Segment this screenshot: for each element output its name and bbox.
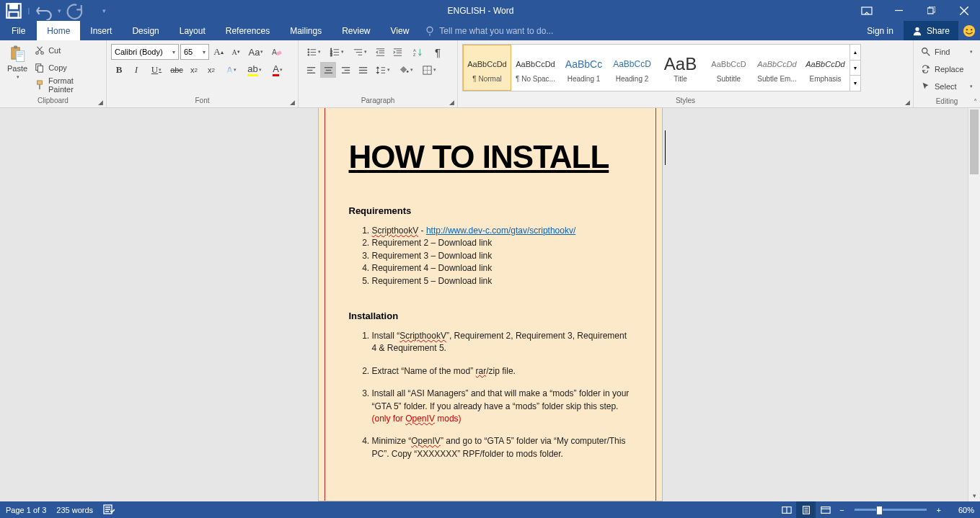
tab-view[interactable]: View [381,21,420,40]
tab-references[interactable]: References [216,21,280,40]
style-title[interactable]: AaBTitle [656,45,705,91]
font-name-value: Calibri (Body) [115,48,163,56]
list-item: ScripthookV - http://www.dev-c.com/gtav/… [372,225,632,237]
ribbon-options-button[interactable] [850,0,883,21]
show-marks-button[interactable]: ¶ [430,44,446,60]
style--no-spac-[interactable]: AaBbCcDd¶ No Spac... [511,45,560,91]
ribbon-tabs: File Home Insert Design Layout Reference… [0,21,980,40]
align-center-button[interactable] [320,62,336,78]
style-heading-2[interactable]: AaBbCcDHeading 2 [608,45,656,91]
italic-button[interactable]: I [128,62,144,78]
vertical-scrollbar[interactable]: ▴ ▾ [968,108,980,501]
maximize-button[interactable] [915,0,948,21]
styles-scroll[interactable]: ▴▾▾ [850,44,861,91]
font-size-combo[interactable]: 65▾ [180,44,209,60]
svg-text:Z: Z [412,53,415,57]
close-button[interactable] [948,0,980,21]
share-button[interactable]: Share [904,21,958,40]
line-spacing-button[interactable]: ▾ [372,62,394,78]
multilevel-button[interactable]: ▾ [349,44,371,60]
paragraph-launcher[interactable]: ◢ [448,99,456,106]
styles-launcher[interactable]: ◢ [904,99,911,106]
replace-button[interactable]: Replace [918,61,976,77]
grow-font-button[interactable]: A▴ [211,44,226,60]
paragraph-group-label: Paragraph [301,95,454,107]
scroll-thumb[interactable] [970,110,979,174]
superscript-button[interactable]: x2 [203,62,219,78]
web-layout-button[interactable] [816,501,835,518]
align-left-button[interactable] [303,62,319,78]
style-subtle-em-[interactable]: AaBbCcDdSubtle Em... [753,45,801,91]
bold-button[interactable]: B [111,62,127,78]
signin-link[interactable]: Sign in [857,21,904,40]
print-layout-button[interactable] [796,501,816,518]
zoom-out-button[interactable]: − [835,506,848,514]
scroll-down-icon[interactable]: ▾ [968,490,980,501]
numbering-button[interactable]: 123▾ [326,44,348,60]
justify-button[interactable] [355,62,371,78]
zoom-slider[interactable] [855,509,927,511]
word-count[interactable]: 235 words [56,506,93,514]
find-button[interactable]: Find▾ [918,44,976,60]
svg-point-10 [963,24,975,36]
tab-review[interactable]: Review [332,21,380,40]
svg-point-9 [915,27,919,30]
borders-button[interactable]: ▾ [418,62,440,78]
undo-dropdown[interactable]: ▾ [56,7,62,14]
strikethrough-button[interactable]: abc [169,62,185,78]
undo-button[interactable] [35,1,53,20]
tell-me-box[interactable]: Tell me what you want to do... [419,21,857,40]
decrease-indent-button[interactable] [372,44,388,60]
cut-button[interactable]: Cut [32,43,103,58]
change-case-button[interactable]: Aa▾ [245,44,267,60]
format-painter-button[interactable]: Format Painter [32,77,103,93]
clipboard-launcher[interactable]: ◢ [97,99,105,106]
zoom-level[interactable]: 60% [945,506,974,514]
svg-line-69 [927,53,930,55]
link[interactable]: http://www.dev-c.com/gtav/scripthookv/ [426,225,575,236]
save-button[interactable] [4,1,23,20]
tab-mailings[interactable]: Mailings [280,21,332,40]
text-effects-button[interactable]: A▾ [221,62,242,78]
subscript-button[interactable]: x2 [186,62,202,78]
minimize-button[interactable] [883,0,915,21]
shading-button[interactable]: ▾ [395,62,417,78]
tab-insert[interactable]: Insert [80,21,122,40]
read-mode-button[interactable] [777,501,796,518]
copy-button[interactable]: Copy [32,60,103,76]
svg-rect-19 [38,66,43,72]
paste-dropdown-icon[interactable]: ▾ [17,74,19,80]
redo-button[interactable] [65,1,84,20]
paste-button[interactable]: Paste ▾ [3,43,32,81]
svg-point-11 [966,29,968,30]
list-item: Install all “ASI Managers” and that will… [372,388,632,425]
select-button[interactable]: Select▾ [918,79,976,94]
increase-indent-button[interactable] [389,44,405,60]
underline-button[interactable]: U▾ [146,62,167,78]
spellcheck-icon[interactable] [103,504,115,516]
tab-layout[interactable]: Layout [169,21,216,40]
shrink-font-button[interactable]: A▾ [228,44,244,60]
style-emphasis[interactable]: AaBbCcDdEmphasis [801,45,849,91]
font-color-button[interactable]: A▾ [267,62,288,78]
tab-home[interactable]: Home [37,21,80,40]
style-heading-1[interactable]: AaBbCcHeading 1 [560,45,608,91]
svg-point-26 [308,54,309,55]
sort-button[interactable]: AZ [407,44,428,60]
align-right-button[interactable] [337,62,353,78]
clear-format-button[interactable]: A [268,44,284,60]
font-name-combo[interactable]: Calibri (Body)▾ [111,44,179,60]
highlight-button[interactable]: ab▾ [244,62,265,78]
collapse-ribbon-button[interactable]: ˄ [974,98,977,106]
page-indicator[interactable]: Page 1 of 3 [6,506,46,514]
qat-customize[interactable]: ▾ [101,7,107,14]
style-subtitle[interactable]: AaBbCcDSubtitle [705,45,753,91]
tab-file[interactable]: File [0,21,37,40]
feedback-emoji-icon[interactable] [958,21,980,40]
font-launcher[interactable]: ◢ [288,99,296,106]
zoom-in-button[interactable]: + [932,506,945,514]
bullets-button[interactable]: ▾ [303,44,325,60]
document-area[interactable]: HOW TO INSTALL Requirements ScripthookV … [0,108,980,501]
style--normal[interactable]: AaBbCcDd¶ Normal [463,45,511,91]
tab-design[interactable]: Design [122,21,169,40]
